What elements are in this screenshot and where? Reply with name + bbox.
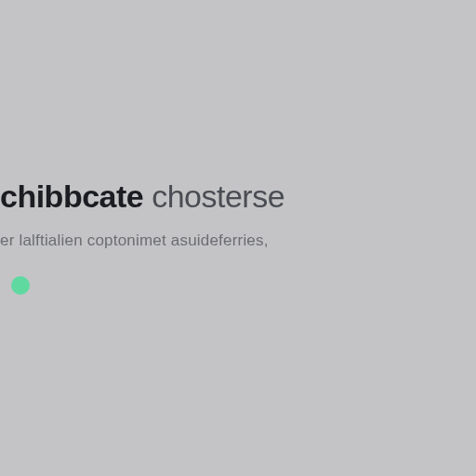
headline-bold: chibbcate	[0, 178, 143, 214]
page-title: chibbcate chosterse	[0, 178, 284, 215]
accent-dot-icon	[11, 276, 30, 295]
headline-rest: chosterse	[143, 178, 284, 214]
page-subtitle: er lalftialien coptonimet asuideferries,	[0, 231, 284, 250]
hero-block: chibbcate chosterse er lalftialien copto…	[0, 178, 284, 295]
